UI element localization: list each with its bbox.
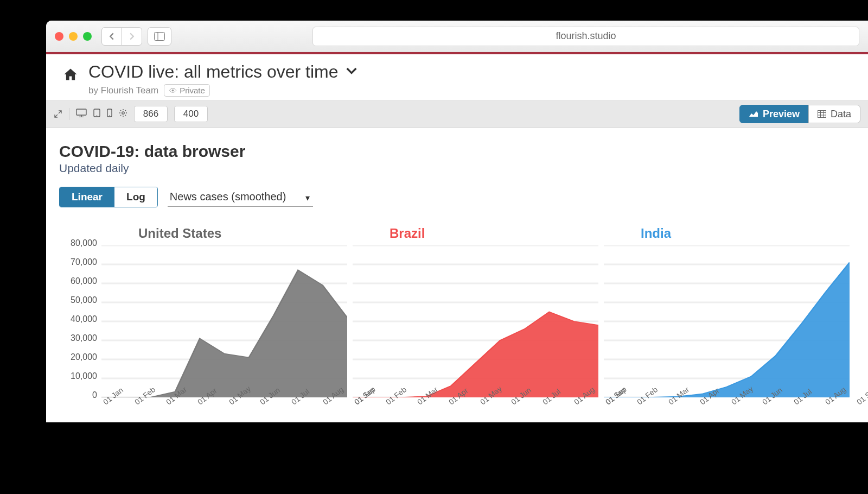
data-tab[interactable]: Data [808,105,860,123]
data-tab-label: Data [831,109,851,120]
chart-canvas: COVID-19: data browser Updated daily Lin… [46,128,868,422]
metric-select-value: News cases (smoothed) [170,191,286,202]
home-button[interactable] [57,62,84,97]
series-title-in: India [641,226,855,241]
chart-title: COVID-19: data browser [59,142,855,161]
project-title[interactable]: COVID live: all metrics over time [88,62,339,82]
nav-buttons [101,27,142,46]
title-dropdown-icon[interactable] [346,67,357,77]
chart-panel-in: India 01 Jan01 Feb01 Mar01 Apr01 May01 J… [604,226,855,408]
area-chart-br[interactable] [353,245,598,397]
toolbar-divider [69,108,69,120]
device-previews [76,109,127,119]
browser-chrome: flourish.studio [46,21,868,52]
metric-select[interactable]: News cases (smoothed) [168,187,314,207]
tablet-icon[interactable] [93,109,100,119]
svg-point-2 [172,90,174,92]
maximize-window-icon[interactable] [83,32,92,41]
canvas-height-input[interactable] [174,106,208,122]
svg-rect-0 [155,32,165,40]
chart-controls: Linear Log News cases (smoothed) ▾ [59,187,855,207]
chart-panel-us: United States 01 Jan01 Feb01 Mar01 Apr01… [101,226,353,408]
back-button[interactable] [101,27,122,46]
series-title-us: United States [138,226,353,241]
area-chart-in[interactable] [604,245,850,397]
chart-subtitle: Updated daily [59,162,855,175]
svg-rect-3 [76,109,86,115]
svg-point-9 [109,115,110,116]
url-text: flourish.studio [556,30,616,42]
forward-button[interactable] [122,27,142,46]
sidebar-toggle-icon[interactable] [148,27,171,46]
preview-tab-label: Preview [763,109,800,120]
settings-icon[interactable] [119,109,127,119]
browser-window: flourish.studio COVID live: all metrics … [46,21,868,422]
y-axis-labels: 010,00020,00030,00040,00050,00060,00070,… [59,226,101,408]
close-window-icon[interactable] [55,32,63,41]
window-controls [55,32,92,41]
mobile-icon[interactable] [107,109,112,119]
svg-point-7 [97,115,98,116]
eye-icon [169,87,177,93]
canvas-width-input[interactable] [134,106,168,122]
charts-grid: 010,00020,00030,00040,00050,00060,00070,… [59,226,855,408]
editor-toolbar: Preview Data [46,100,868,128]
area-chart-us[interactable] [101,245,347,397]
address-bar[interactable]: flourish.studio [312,27,859,46]
linear-button[interactable]: Linear [60,187,114,207]
desktop-icon[interactable] [76,109,87,119]
x-axis-labels-br: 01 Jan01 Feb01 Mar01 Apr01 May01 Jun01 J… [353,400,604,408]
minimize-window-icon[interactable] [69,32,78,41]
scale-toggle: Linear Log [59,187,158,207]
series-title-br: Brazil [390,226,604,241]
log-button[interactable]: Log [114,187,157,207]
chart-panel-br: Brazil 01 Jan01 Feb01 Mar01 Apr01 May01 … [353,226,604,408]
preview-tab[interactable]: Preview [739,105,809,123]
table-icon [818,110,826,118]
project-author: by Flourish Team [88,85,158,96]
x-axis-labels-in: 01 Jan01 Feb01 Mar01 Apr01 May01 Jun01 J… [604,400,855,408]
page-header: COVID live: all metrics over time by Flo… [46,54,868,100]
fullscreen-icon[interactable] [54,110,62,118]
privacy-badge[interactable]: Private [164,84,210,97]
mode-tabs: Preview Data [739,105,860,123]
svg-point-10 [122,112,124,114]
svg-rect-11 [818,111,826,118]
chart-area-icon [749,110,758,118]
privacy-label: Private [180,86,205,95]
x-axis-labels-us: 01 Jan01 Feb01 Mar01 Apr01 May01 Jun01 J… [101,400,353,408]
